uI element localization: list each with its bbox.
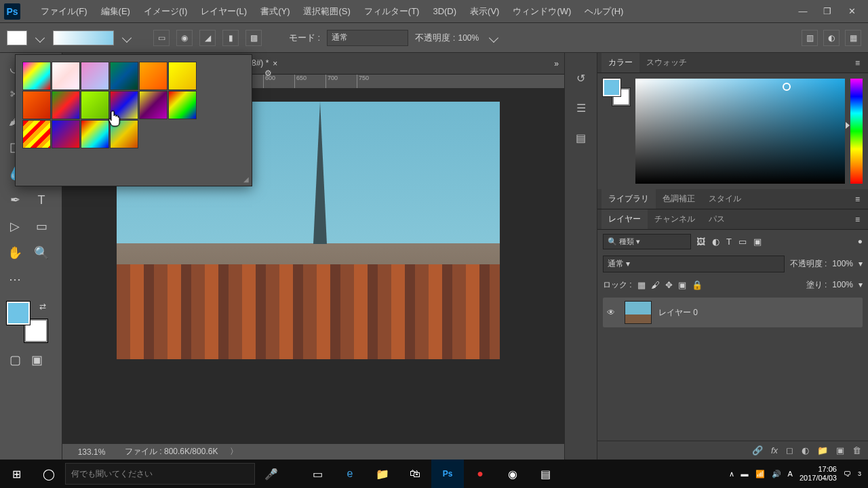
shape-tool-icon[interactable]: ▭ [29,214,54,239]
filter-adjust-icon[interactable]: ◐ [712,237,719,247]
fx-icon[interactable]: fx [771,445,778,455]
tab-overflow-icon[interactable]: » [554,59,559,68]
path-select-tool-icon[interactable]: ▷ [3,214,27,239]
gradient-swatch[interactable] [22,62,51,90]
gradient-preview[interactable] [53,30,114,45]
tab-paths[interactable]: パス [702,209,732,229]
window-minimize-button[interactable]: — [791,2,815,21]
layer-blend-select[interactable]: 通常 ▾ [603,256,785,272]
layer-name[interactable]: レイヤー 0 [658,307,698,319]
gradient-swatch[interactable] [139,91,167,119]
wifi-icon[interactable]: 📶 [755,470,765,479]
foreground-color-swatch[interactable] [7,302,30,325]
delete-layer-icon[interactable]: 🗑 [852,445,861,455]
hand-tool-icon[interactable]: ✋ [3,241,27,265]
lock-image-icon[interactable]: 🖌 [651,280,660,290]
tab-swatches[interactable]: スウォッチ [639,53,694,73]
ime-icon[interactable]: A [788,470,793,478]
menu-3d[interactable]: 3D(D) [426,6,463,16]
gradient-linear-icon[interactable]: ▭ [153,30,170,46]
chevron-down-icon[interactable] [122,33,132,42]
gradient-swatch[interactable] [52,62,80,90]
gradient-reflected-icon[interactable]: ▮ [222,30,239,46]
gradient-swatch[interactable] [168,91,197,119]
layer-item[interactable]: 👁 レイヤー 0 [603,298,863,327]
tab-adjustments[interactable]: 色調補正 [656,189,702,209]
opacity-field[interactable]: 不透明度 : 100% [415,32,500,44]
edge-icon[interactable]: e [334,460,366,488]
filter-smart-icon[interactable]: ▣ [753,237,762,247]
lock-position-icon[interactable]: ✥ [665,280,673,290]
gradient-swatch[interactable] [81,62,109,90]
gradient-swatch[interactable] [110,62,138,90]
gradient-swatch[interactable] [139,62,167,90]
foreground-color-swatch[interactable] [603,79,620,96]
mask-icon[interactable]: ◻ [786,445,793,455]
gradient-swatch[interactable] [52,91,80,119]
menu-filter[interactable]: フィルター(T) [357,5,427,18]
tab-library[interactable]: ライブラリ [601,189,656,209]
pen-tool-icon[interactable]: ✒ [3,188,27,212]
menu-file[interactable]: ファイル(F) [34,5,94,18]
chrome-icon[interactable]: ◉ [496,460,529,488]
type-tool-icon[interactable]: T [29,188,54,212]
menu-window[interactable]: ウィンドウ(W) [506,5,578,18]
zoom-tool-icon[interactable]: 🔍 [29,241,54,265]
resize-handle-icon[interactable]: ◢ [243,176,249,183]
adjustment-layer-icon[interactable]: ◐ [802,445,809,455]
tab-color[interactable]: カラー [601,53,639,73]
gradient-swatch[interactable] [52,120,80,148]
quick-mask-icon[interactable]: ▢ [5,352,24,367]
gradient-angle-icon[interactable]: ◢ [199,30,216,46]
panel-menu-icon[interactable]: ≡ [851,215,864,224]
zoom-value[interactable]: 133.1% [68,447,115,457]
mic-icon[interactable]: 🎤 [255,460,288,488]
gear-icon[interactable]: ⚙ [264,68,272,78]
start-button[interactable]: ⊞ [0,460,33,488]
tab-layers[interactable]: レイヤー [601,209,648,229]
dither-option-icon[interactable]: ◐ [823,30,840,46]
properties-panel-icon[interactable]: ☰ [572,99,590,117]
chevron-down-icon[interactable] [35,33,45,42]
photoshop-taskbar-icon[interactable]: Ps [431,460,464,488]
filter-type-icon[interactable]: T [726,237,732,247]
store-icon[interactable]: 🛍 [399,460,431,488]
menu-view[interactable]: 表示(V) [463,5,506,18]
gradient-preset-button[interactable] [7,30,27,45]
close-icon[interactable]: × [273,59,277,68]
gradient-swatch[interactable] [22,120,51,148]
taskbar-search[interactable]: 何でも聞いてください [65,463,255,485]
paragraph-panel-icon[interactable]: ▤ [572,129,590,146]
window-close-button[interactable]: ✕ [840,2,864,21]
blend-mode-select[interactable]: 通常 [327,30,408,46]
transparency-option-icon[interactable]: ▦ [845,30,861,46]
screen-mode-icon[interactable]: ▣ [27,352,46,367]
gradient-swatch[interactable] [168,62,197,90]
swap-colors-icon[interactable]: ⇄ [39,302,46,311]
lock-all-icon[interactable]: 🔒 [692,280,703,290]
tray-chevron-icon[interactable]: ∧ [729,470,734,479]
gradient-swatch[interactable] [81,120,109,148]
record-icon[interactable]: ● [464,460,496,488]
filter-toggle-icon[interactable]: ● [858,237,863,246]
panel-menu-icon[interactable]: ≡ [851,195,864,204]
menu-edit[interactable]: 編集(E) [94,5,137,18]
more-tool-icon[interactable]: ⋯ [3,267,27,291]
chevron-right-icon[interactable]: 〉 [230,446,238,458]
taskbar-clock[interactable]: 17:06 2017/04/03 [800,465,837,483]
hue-slider[interactable] [850,79,863,184]
layer-thumbnail[interactable] [625,301,652,324]
layer-opacity-value[interactable]: 100% [832,259,853,268]
filter-image-icon[interactable]: 🖼 [696,237,705,247]
battery-icon[interactable]: ▬ [741,470,749,478]
gradient-swatch[interactable] [110,91,138,119]
menu-type[interactable]: 書式(Y) [254,5,296,18]
gradient-swatch[interactable] [81,91,109,119]
tab-channels[interactable]: チャンネル [648,209,702,229]
lock-transparency-icon[interactable]: ▦ [637,280,646,290]
chevron-down-icon[interactable] [489,33,498,42]
notifications-icon[interactable]: 🗨 [844,470,851,478]
color-fg-bg[interactable] [603,79,630,106]
link-layers-icon[interactable]: 🔗 [752,445,763,455]
panel-menu-icon[interactable]: ≡ [851,58,864,68]
